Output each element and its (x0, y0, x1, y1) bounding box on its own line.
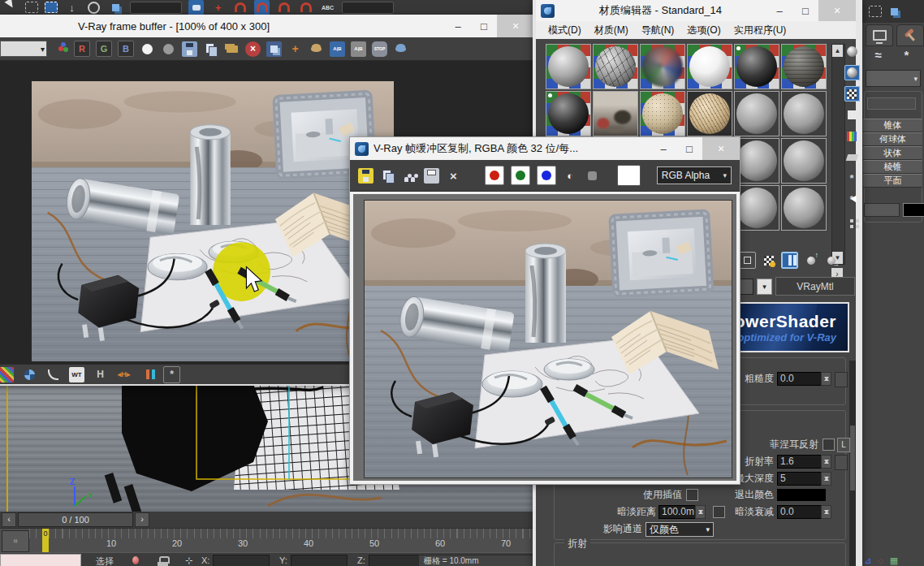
green-channel-button[interactable]: G (96, 41, 112, 57)
maximize-button[interactable]: □ (471, 15, 497, 37)
fresnel-checkbox[interactable] (823, 439, 835, 451)
sample-slot-gray[interactable] (781, 185, 827, 231)
exit-color-swatch[interactable] (777, 489, 826, 501)
maximize-button[interactable]: □ (676, 137, 702, 160)
color-corrections-icon[interactable] (140, 367, 155, 382)
go-to-parent-icon[interactable] (803, 253, 818, 268)
roughness-map-button[interactable] (835, 372, 848, 387)
frame-slider-handle[interactable]: 0 (42, 529, 49, 552)
toolbar-icon[interactable] (869, 6, 882, 17)
maximize-button[interactable]: □ (792, 0, 818, 21)
tab-utilities[interactable] (896, 24, 924, 46)
object-name-field[interactable] (864, 203, 900, 217)
copy-image-button[interactable] (380, 168, 395, 184)
percent-snap-icon[interactable] (276, 0, 291, 15)
slots-scrollbar[interactable]: ▲ ▼ (831, 44, 845, 265)
go-forward-to-sibling-icon[interactable] (823, 253, 839, 268)
render-last-button[interactable] (309, 41, 324, 57)
timeline-ruler[interactable]: 0 10203040506070 (29, 529, 534, 553)
ior-field[interactable]: 1.6 (777, 455, 823, 469)
material-map-navigator-icon[interactable] (844, 213, 860, 228)
select-rotate-icon[interactable] (86, 0, 101, 15)
options-icon[interactable]: * (844, 171, 860, 186)
z-coordinate-field[interactable] (369, 555, 425, 566)
select-move-icon[interactable]: ↓ (64, 0, 80, 15)
object-button-状体[interactable]: 状体 (863, 146, 922, 160)
get-material-icon[interactable] (761, 253, 776, 268)
gray-level-button[interactable] (161, 41, 176, 57)
sample-slot-photo[interactable] (593, 91, 638, 136)
show-corrections-icon[interactable]: * (163, 366, 180, 383)
dim-falloff-field[interactable]: 0.0 (777, 505, 823, 519)
pixel-info-icon[interactable]: H (93, 367, 108, 382)
compare-horizontal-button[interactable]: A|B (330, 41, 345, 57)
print-image-button[interactable] (424, 168, 439, 184)
space-warps-icon[interactable]: ≈ (870, 47, 886, 63)
rendered-image[interactable] (364, 200, 732, 478)
object-button-棱锥[interactable]: 棱锥 (863, 160, 922, 174)
select-scale-icon[interactable] (108, 0, 123, 15)
load-image-button[interactable] (224, 41, 240, 57)
select-by-material-icon[interactable]: * (844, 192, 860, 207)
object-button-锥体[interactable]: 锥体 (863, 119, 922, 132)
sample-slot-darkrough[interactable] (781, 44, 827, 89)
color-swatch[interactable] (617, 165, 641, 186)
affect-channels-dropdown[interactable]: 仅颜色▾ (646, 522, 714, 537)
compare-vertical-button[interactable]: A|B (351, 41, 366, 57)
spinner-snap-icon[interactable] (298, 0, 313, 15)
vfb2-titlebar[interactable]: V-Ray 帧缓冲区复制, RGBA 颜色 32 位/每... – □ × (350, 137, 740, 160)
sample-slot-gray[interactable] (734, 185, 779, 231)
blue-channel-button[interactable]: B (118, 41, 134, 57)
vfb1-titlebar[interactable]: V-Ray frame buffer - [100% of 400 x 300]… (0, 15, 534, 37)
track-mouse-button[interactable]: + (287, 41, 303, 57)
render-button[interactable] (393, 41, 408, 57)
menu-材质M[interactable]: 材质(M) (589, 22, 634, 39)
object-category-dropdown[interactable]: ▾ (866, 70, 921, 87)
clear-image-button[interactable]: × (245, 41, 261, 57)
snap-toggle-icon[interactable] (232, 0, 248, 15)
red-channel-button[interactable]: R (74, 41, 90, 57)
sample-slot-glossywhite[interactable] (687, 44, 732, 89)
material-type-button[interactable]: VRayMtl (775, 277, 855, 296)
max-depth-field[interactable]: 5 (777, 472, 823, 486)
sample-slot-speckled[interactable] (546, 44, 591, 89)
sample-slot-gray[interactable] (734, 138, 779, 184)
scroll-up-icon[interactable]: ▲ (832, 45, 843, 57)
fresnel-lock-button[interactable]: L (837, 438, 850, 452)
blue-channel-button[interactable] (537, 166, 556, 185)
sample-slot-distorted[interactable] (640, 44, 685, 89)
angle-snap-icon[interactable] (254, 0, 270, 15)
maxscript-mini-listener[interactable] (0, 554, 81, 566)
rectangular-selection-icon[interactable] (25, 2, 38, 13)
frame-counter[interactable]: 0 / 100 (18, 512, 133, 527)
x-coordinate-field[interactable] (213, 555, 270, 566)
video-color-check-icon[interactable] (844, 128, 860, 144)
view-clamped-colors-icon[interactable] (22, 367, 37, 382)
sample-slot-scratched[interactable] (593, 44, 638, 89)
close-button[interactable]: × (497, 15, 534, 37)
close-button[interactable]: × (702, 137, 740, 160)
selection-lock-icon[interactable] (159, 556, 170, 564)
previous-frame-button[interactable]: ‹ (2, 512, 16, 527)
channel-display-dropdown[interactable]: RGB Alpha▾ (657, 166, 732, 184)
roughness-field[interactable]: 0.0 (777, 372, 823, 386)
sample-slot-gray[interactable] (781, 138, 827, 184)
max-depth-spinner[interactable] (821, 472, 831, 486)
object-button-平面[interactable]: 平面 (863, 174, 922, 188)
alpha-button[interactable] (585, 168, 600, 184)
show-map-in-viewport-icon[interactable] (781, 252, 798, 269)
sample-uv-icon[interactable] (739, 252, 756, 269)
track-mouse-button[interactable] (402, 168, 417, 184)
backlight-icon[interactable] (844, 65, 860, 80)
close-button[interactable]: × (818, 0, 856, 21)
white-level-button[interactable] (140, 41, 155, 57)
reference-coordinate-dropdown[interactable] (130, 2, 182, 14)
sample-uv-tiling-icon[interactable] (844, 107, 860, 123)
sample-slot-beigetex[interactable] (687, 91, 732, 136)
object-button-何球体[interactable]: 何球体 (863, 132, 922, 146)
sample-slot-gray[interactable] (781, 91, 827, 136)
ior-map-button[interactable] (835, 455, 848, 470)
green-channel-button[interactable] (511, 166, 530, 185)
tab-display[interactable] (866, 24, 893, 46)
select-manipulate-icon[interactable]: + (210, 0, 226, 15)
